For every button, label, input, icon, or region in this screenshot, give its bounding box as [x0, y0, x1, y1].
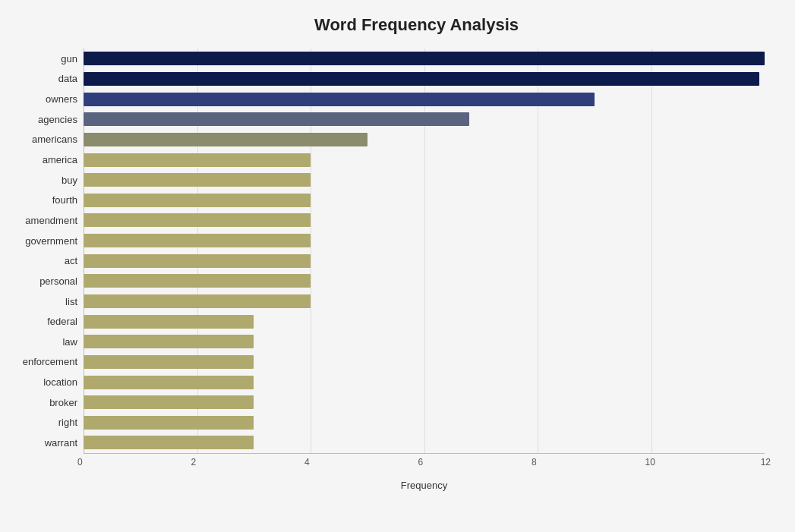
bar	[84, 194, 311, 207]
x-tick-section: 6	[424, 454, 538, 474]
bar-row	[84, 69, 765, 89]
bar	[84, 234, 311, 247]
x-tick-section: 1012	[651, 454, 765, 474]
bar	[84, 315, 254, 329]
y-label: right	[58, 413, 77, 433]
bar	[84, 294, 311, 308]
x-tick-label: 0	[77, 457, 83, 467]
y-label: enforcement	[23, 352, 77, 372]
y-label: personal	[39, 271, 77, 291]
y-label: broker	[49, 392, 77, 412]
bar-row	[84, 373, 765, 392]
bar-row	[84, 150, 765, 170]
bar-row	[84, 170, 765, 190]
y-label: act	[65, 251, 77, 271]
x-tick-label: 4	[304, 457, 310, 467]
x-tick-label: 8	[532, 457, 537, 467]
bar-row	[84, 332, 765, 351]
x-tick-section: 8	[538, 454, 651, 474]
bar	[84, 416, 254, 430]
bar	[84, 52, 765, 65]
y-label: buy	[62, 170, 77, 190]
y-label: america	[43, 150, 77, 170]
bar-row	[84, 312, 765, 332]
bar	[84, 93, 595, 106]
y-label: law	[62, 332, 77, 351]
y-label: fourth	[52, 190, 77, 210]
bar	[84, 133, 368, 146]
bars-area	[84, 49, 765, 453]
bar-row	[84, 291, 765, 311]
chart-title: Word Frequency Analysis	[8, 15, 765, 35]
bar	[84, 213, 311, 227]
bar	[84, 335, 254, 348]
bar-row	[84, 413, 765, 433]
y-label: owners	[46, 90, 77, 109]
bar	[84, 112, 469, 126]
x-tick-label: 2	[191, 457, 197, 467]
chart-container: Word Frequency Analysis gundataownersage…	[0, 0, 795, 532]
bar-row	[84, 231, 765, 250]
bar	[84, 254, 311, 268]
bar	[84, 395, 254, 409]
x-tick-section: 2	[197, 454, 311, 474]
y-label: amendment	[25, 210, 77, 230]
bar-row	[84, 433, 765, 452]
bar-row	[84, 210, 765, 230]
y-label: location	[43, 373, 77, 392]
x-tick-section: 4	[311, 454, 424, 474]
bar-row	[84, 90, 765, 109]
y-label: data	[58, 69, 77, 89]
y-label: list	[65, 291, 77, 311]
y-label: americans	[32, 130, 77, 150]
bar	[84, 274, 311, 288]
x-axis: 024681012Frequency	[84, 453, 765, 474]
bar	[84, 436, 254, 449]
y-label: gun	[61, 49, 77, 68]
y-label: federal	[47, 312, 77, 332]
x-tick-label: 10	[645, 457, 655, 467]
y-axis: gundataownersagenciesamericansamericabuy…	[8, 49, 84, 474]
bar-row	[84, 392, 765, 412]
y-label: agencies	[38, 109, 77, 129]
bar-row	[84, 190, 765, 210]
bar-row	[84, 352, 765, 372]
bar-row	[84, 109, 765, 129]
chart-area: gundataownersagenciesamericansamericabuy…	[8, 49, 765, 474]
bar	[84, 153, 311, 167]
bars-and-xaxis: 024681012Frequency	[84, 49, 765, 474]
y-label: warrant	[45, 433, 77, 452]
bar	[84, 355, 254, 369]
x-tick-label-last: 12	[761, 457, 771, 467]
y-label: government	[25, 231, 77, 250]
x-axis-title: Frequency	[84, 480, 765, 491]
bar	[84, 72, 759, 86]
bar-row	[84, 271, 765, 291]
bar-row	[84, 49, 765, 68]
x-tick-section: 0	[84, 454, 197, 474]
bars-rows	[84, 49, 765, 453]
bar	[84, 376, 254, 389]
x-tick-label: 6	[418, 457, 424, 467]
bar	[84, 173, 311, 187]
bar-row	[84, 130, 765, 150]
bar-row	[84, 251, 765, 271]
